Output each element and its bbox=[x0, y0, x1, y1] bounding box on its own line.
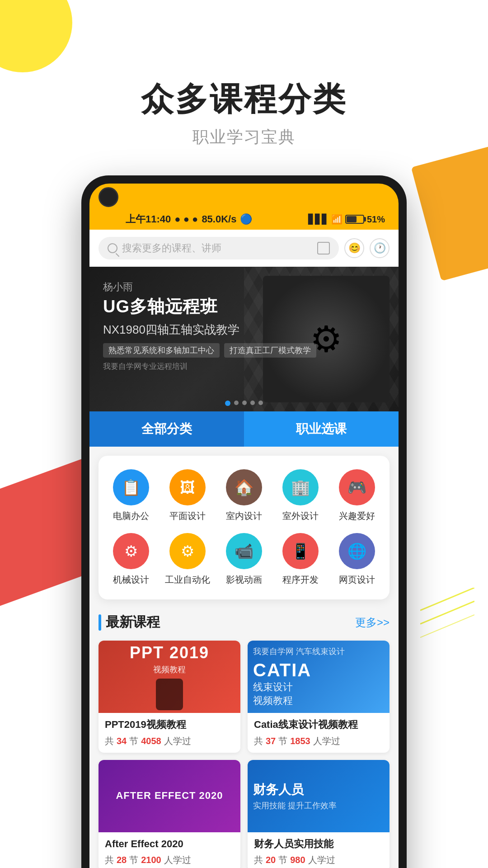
category-icon-graphic: 🖼 bbox=[169, 469, 206, 505]
search-icon bbox=[108, 243, 117, 253]
catia-top-text: 我要自学网 汽车线束设计 bbox=[253, 646, 384, 657]
ppt-course-info: PPT2019视频教程 共 34 节 4058 人学过 bbox=[99, 713, 240, 753]
category-item-interior[interactable]: 🏠 室内设计 bbox=[216, 469, 272, 522]
banner-tags: 熟悉常见系统和多轴加工中心 打造真正工厂模式教学 bbox=[103, 343, 316, 358]
category-icon-video: 📹 bbox=[226, 533, 262, 569]
category-icon-programming: 📱 bbox=[282, 533, 319, 569]
banner-section[interactable]: 杨小雨 UG多轴远程班 NX1980四轴五轴实战教学 熟悉常见系统和多轴加工中心… bbox=[89, 267, 399, 411]
ae-course-name: After Effect 2020 bbox=[105, 838, 234, 851]
courses-header-left: 最新课程 bbox=[99, 613, 160, 632]
courses-accent-bar bbox=[99, 614, 101, 631]
category-card: 📋 电脑办公 🖼 平面设计 🏠 室内设计 🏢 室外设计 bbox=[99, 456, 389, 599]
course-card-ppt[interactable]: PPT 2019 视频教程 PPT2019视频教程 共 34 节 bbox=[99, 641, 240, 753]
status-indicators: ● ● ● bbox=[174, 213, 198, 225]
phone-mockup: 上午11:40 ● ● ● 85.0K/s 🔵 ▋▋▋ 📶 51% 搜索更多的 bbox=[0, 175, 488, 868]
emoji-button[interactable]: 😊 bbox=[344, 238, 364, 258]
courses-more-link[interactable]: 更多>> bbox=[355, 615, 389, 630]
catia-section-suffix: 节 bbox=[278, 735, 287, 747]
catia-subtitle: 线束设计视频教程 bbox=[253, 680, 384, 708]
category-item-hobby[interactable]: 🎮 兴趣爱好 bbox=[328, 469, 385, 522]
dot-5[interactable] bbox=[258, 401, 263, 405]
course-card-ae[interactable]: AFTER EFFECT 2020 After Effect 2020 共 28… bbox=[99, 760, 240, 868]
category-icon-hobby: 🎮 bbox=[339, 469, 375, 505]
course-card-finance[interactable]: 财务人员 实用技能 提升工作效率 财务人员实用技能 共 20 节 980 bbox=[248, 760, 389, 868]
header-section: 众多课程分类 职业学习宝典 bbox=[0, 0, 488, 166]
category-item-exterior[interactable]: 🏢 室外设计 bbox=[272, 469, 328, 522]
category-icon-web: 🌐 bbox=[339, 533, 375, 569]
ae-course-stats: 共 28 节 2100 人学过 bbox=[105, 854, 234, 866]
course-card-catia[interactable]: 我要自学网 汽车线束设计 CATIA 线束设计视频教程 Catia线束设计视频教… bbox=[248, 641, 389, 753]
ppt-course-name: PPT2019视频教程 bbox=[105, 718, 234, 731]
category-item-graphic[interactable]: 🖼 平面设计 bbox=[160, 469, 216, 522]
status-left: 上午11:40 ● ● ● 85.0K/s 🔵 bbox=[126, 212, 252, 226]
status-battery bbox=[345, 215, 364, 224]
career-courses-button[interactable]: 职业选课 bbox=[244, 411, 399, 447]
banner-bg: 杨小雨 UG多轴远程班 NX1980四轴五轴实战教学 熟悉常见系统和多轴加工中心… bbox=[89, 267, 399, 411]
category-icon-automation: ⚙ bbox=[169, 533, 206, 569]
courses-grid: PPT 2019 视频教程 PPT2019视频教程 共 34 节 bbox=[99, 641, 389, 868]
finance-course-stats: 共 20 节 980 人学过 bbox=[254, 854, 383, 866]
banner-teacher: 杨小雨 bbox=[103, 280, 316, 294]
history-button[interactable]: 🕐 bbox=[370, 238, 389, 258]
course-thumbnail-ppt: PPT 2019 视频教程 bbox=[99, 641, 240, 713]
category-label-video: 影视动画 bbox=[226, 574, 262, 586]
banner-tag-2: 打造真正工厂模式教学 bbox=[224, 343, 316, 358]
action-buttons-row: 全部分类 职业选课 bbox=[89, 411, 399, 447]
ae-title: AFTER EFFECT 2020 bbox=[116, 789, 223, 802]
catia-course-name: Catia线束设计视频教程 bbox=[254, 718, 383, 731]
banner-subtitle: NX1980四轴五轴实战教学 bbox=[103, 322, 316, 338]
catia-student-suffix: 人学过 bbox=[313, 735, 340, 747]
banner-dots bbox=[225, 401, 263, 406]
phone-frame: 上午11:40 ● ● ● 85.0K/s 🔵 ▋▋▋ 📶 51% 搜索更多的 bbox=[81, 175, 407, 868]
course-thumbnail-catia: 我要自学网 汽车线束设计 CATIA 线束设计视频教程 bbox=[248, 641, 389, 713]
courses-section: 最新课程 更多>> PPT 2019 视频教程 bbox=[89, 609, 399, 868]
dot-1[interactable] bbox=[225, 401, 230, 406]
category-grid: 📋 电脑办公 🖼 平面设计 🏠 室内设计 🏢 室外设计 bbox=[103, 469, 385, 586]
ppt-section-suffix: 节 bbox=[129, 735, 138, 747]
page-title: 众多课程分类 bbox=[0, 81, 488, 117]
catia-section-prefix: 共 bbox=[254, 735, 263, 747]
status-right: ▋▋▋ 📶 51% bbox=[308, 214, 385, 225]
search-bar-row: 搜索更多的课程、讲师 😊 🕐 bbox=[89, 230, 399, 267]
phone-screen: 搜索更多的课程、讲师 😊 🕐 杨小雨 UG多轴远程班 NX1980四轴五轴实战教… bbox=[89, 230, 399, 868]
ppt-students: 4058 bbox=[141, 736, 161, 746]
category-label-programming: 程序开发 bbox=[282, 574, 319, 586]
category-label-exterior: 室外设计 bbox=[282, 510, 319, 522]
scan-icon[interactable] bbox=[317, 242, 330, 255]
all-categories-button[interactable]: 全部分类 bbox=[89, 411, 244, 447]
category-label-automation: 工业自动化 bbox=[165, 574, 210, 586]
catia-course-info: Catia线束设计视频教程 共 37 节 1853 人学过 bbox=[248, 713, 389, 753]
status-time: 上午11:40 bbox=[126, 212, 171, 226]
category-item-automation[interactable]: ⚙ 工业自动化 bbox=[160, 533, 216, 586]
category-icon-office: 📋 bbox=[113, 469, 149, 505]
category-label-hobby: 兴趣爱好 bbox=[339, 510, 375, 522]
status-speed: 85.0K/s bbox=[202, 213, 236, 225]
banner-title: UG多轴远程班 bbox=[103, 297, 316, 317]
category-item-web[interactable]: 🌐 网页设计 bbox=[328, 533, 385, 586]
finance-students: 980 bbox=[290, 855, 305, 865]
dot-4[interactable] bbox=[250, 401, 255, 405]
category-icon-mechanical: ⚙ bbox=[113, 533, 149, 569]
category-item-office[interactable]: 📋 电脑办公 bbox=[103, 469, 160, 522]
ppt-section-prefix: 共 bbox=[105, 735, 114, 747]
finance-course-info: 财务人员实用技能 共 20 节 980 人学过 bbox=[248, 832, 389, 868]
courses-title: 最新课程 bbox=[106, 613, 160, 632]
catia-students: 1853 bbox=[290, 736, 310, 746]
category-label-office: 电脑办公 bbox=[113, 510, 149, 522]
battery-percent: 51% bbox=[367, 214, 385, 225]
category-item-video[interactable]: 📹 影视动画 bbox=[216, 533, 272, 586]
dot-2[interactable] bbox=[234, 401, 239, 405]
status-bar: 上午11:40 ● ● ● 85.0K/s 🔵 ▋▋▋ 📶 51% bbox=[89, 211, 399, 230]
dot-3[interactable] bbox=[242, 401, 247, 405]
category-label-graphic: 平面设计 bbox=[169, 510, 206, 522]
category-item-programming[interactable]: 📱 程序开发 bbox=[272, 533, 328, 586]
category-icon-interior: 🏠 bbox=[226, 469, 262, 505]
phone-notch-bar bbox=[89, 184, 399, 211]
search-input-box[interactable]: 搜索更多的课程、讲师 bbox=[99, 237, 339, 259]
search-placeholder: 搜索更多的课程、讲师 bbox=[122, 241, 313, 255]
banner-tag-1: 熟悉常见系统和多轴加工中心 bbox=[103, 343, 220, 358]
ae-course-info: After Effect 2020 共 28 节 2100 人学过 bbox=[99, 832, 240, 868]
ae-thumb-content: AFTER EFFECT 2020 bbox=[111, 785, 227, 807]
category-item-mechanical[interactable]: ⚙ 机械设计 bbox=[103, 533, 160, 586]
catia-brand: CATIA bbox=[253, 660, 384, 680]
